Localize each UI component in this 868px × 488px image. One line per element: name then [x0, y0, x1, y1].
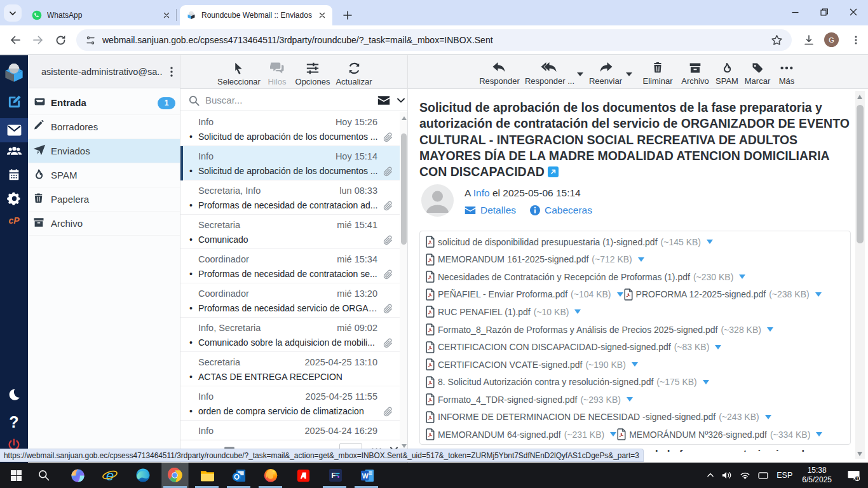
svg-text:W: W [362, 471, 368, 479]
svg-text:e: e [106, 468, 114, 484]
svg-text:1: 1 [856, 476, 858, 480]
svg-text:F: F [332, 471, 336, 479]
